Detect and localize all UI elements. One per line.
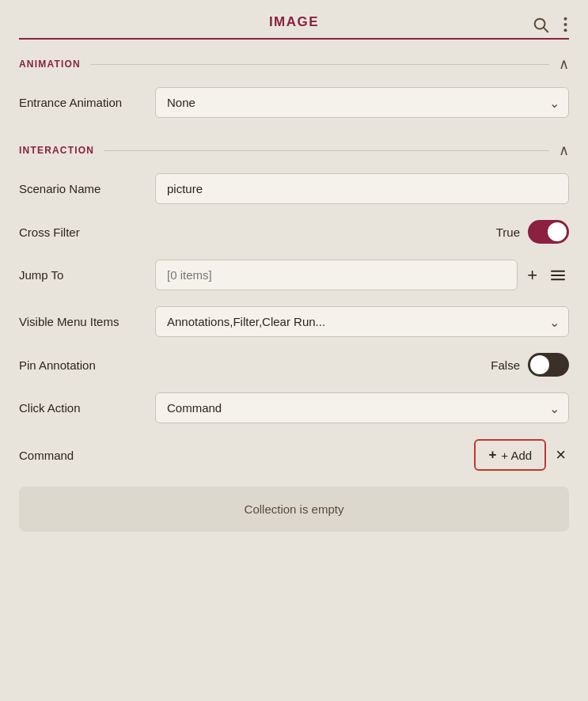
command-label: Command: [19, 449, 146, 462]
collection-empty-banner: Collection is empty: [19, 487, 569, 532]
entrance-animation-control: None Fade Slide Zoom ⌄: [155, 87, 569, 118]
pin-annotation-control: False: [155, 353, 569, 377]
entrance-animation-select[interactable]: None Fade Slide Zoom: [155, 87, 569, 118]
cross-filter-value-label: True: [496, 225, 520, 239]
visible-menu-items-select[interactable]: Annotations,Filter,Clear Run...: [155, 306, 569, 337]
panel: IMAGE ANIMATION ∧ Entrance Anim: [0, 0, 588, 548]
svg-line-1: [544, 28, 548, 32]
svg-point-2: [563, 17, 567, 21]
header-icons: [530, 14, 569, 35]
jump-to-row: Jump To +: [0, 252, 588, 298]
scenario-name-label: Scenario Name: [19, 182, 146, 195]
collection-empty-text: Collection is empty: [245, 502, 344, 516]
jump-to-add-button[interactable]: +: [524, 262, 541, 289]
pin-annotation-label: Pin Annotation: [19, 358, 146, 372]
header: IMAGE: [0, 0, 588, 30]
click-action-select[interactable]: Command None Navigate: [155, 392, 569, 423]
interaction-section-label: INTERACTION: [19, 145, 94, 156]
animation-collapse-button[interactable]: ∧: [559, 55, 569, 73]
cross-filter-control: True: [155, 220, 569, 244]
animation-section-label: ANIMATION: [19, 59, 81, 70]
cross-filter-label: Cross Filter: [19, 225, 146, 239]
visible-menu-items-row: Visible Menu Items Annotations,Filter,Cl…: [0, 298, 588, 345]
pin-annotation-toggle[interactable]: [528, 353, 569, 377]
scenario-name-input[interactable]: [155, 173, 569, 204]
animation-divider: [90, 64, 549, 65]
svg-point-3: [563, 23, 567, 26]
jump-to-label: Jump To: [19, 268, 146, 282]
command-close-button[interactable]: ×: [552, 441, 569, 468]
page-title: IMAGE: [269, 14, 319, 30]
visible-menu-items-label: Visible Menu Items: [19, 315, 146, 328]
scenario-name-row: Scenario Name: [0, 165, 588, 212]
entrance-animation-label: Entrance Animation: [19, 96, 146, 109]
svg-point-4: [563, 28, 567, 32]
pin-annotation-value-label: False: [491, 358, 520, 372]
click-action-dropdown-wrapper: Command None Navigate ⌄: [155, 392, 569, 423]
command-control: + + Add ×: [155, 439, 569, 471]
entrance-animation-dropdown-wrapper: None Fade Slide Zoom ⌄: [155, 87, 569, 118]
command-close-icon: ×: [556, 445, 566, 464]
cross-filter-toggle-knob: [548, 222, 567, 241]
scenario-name-control: [155, 173, 569, 204]
interaction-collapse-button[interactable]: ∧: [559, 142, 569, 159]
command-add-button[interactable]: + + Add: [474, 439, 546, 471]
click-action-control: Command None Navigate ⌄: [155, 392, 569, 423]
visible-menu-items-control: Annotations,Filter,Clear Run... ⌄: [155, 306, 569, 337]
jump-to-control: +: [155, 260, 569, 290]
jump-to-input[interactable]: [155, 260, 518, 290]
cross-filter-toggle-wrapper: True: [496, 220, 569, 244]
pin-annotation-toggle-knob: [530, 355, 549, 374]
command-add-label: + Add: [501, 449, 532, 462]
search-button[interactable]: [530, 14, 551, 35]
interaction-divider: [104, 150, 549, 151]
click-action-row: Click Action Command None Navigate ⌄: [0, 385, 588, 431]
command-row: Command + + Add ×: [0, 431, 588, 479]
command-add-plus: +: [488, 447, 496, 463]
cross-filter-row: Cross Filter True: [0, 212, 588, 252]
entrance-animation-row: Entrance Animation None Fade Slide Zoom …: [0, 79, 588, 126]
cross-filter-toggle[interactable]: [528, 220, 569, 244]
pin-annotation-row: Pin Annotation False: [0, 345, 588, 385]
interaction-section-header: INTERACTION ∧: [0, 126, 588, 165]
visible-menu-items-dropdown-wrapper: Annotations,Filter,Clear Run... ⌄: [155, 306, 569, 337]
jump-to-list-button[interactable]: [547, 266, 569, 285]
click-action-label: Click Action: [19, 401, 146, 415]
more-options-button[interactable]: [562, 14, 569, 35]
pin-annotation-toggle-wrapper: False: [491, 353, 569, 377]
animation-section-header: ANIMATION ∧: [0, 40, 588, 79]
